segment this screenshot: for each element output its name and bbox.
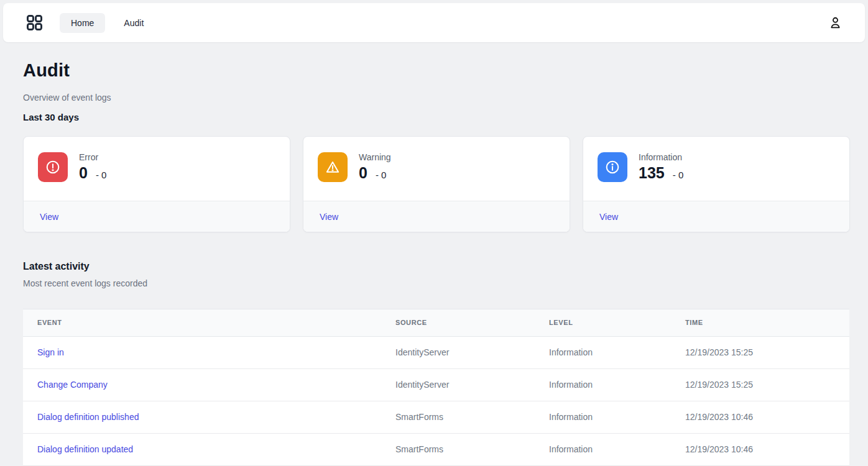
activity-table-header: Event Source Level Time <box>23 309 849 336</box>
level-cell: Information <box>535 401 671 433</box>
error-count: 0 <box>79 164 88 182</box>
user-account-button[interactable] <box>826 14 844 32</box>
latest-activity-subtitle: Most recent event logs recorded <box>23 278 850 288</box>
table-row: Dialog definition updated SmartForms Inf… <box>23 433 849 465</box>
period-label: Last 30 days <box>23 112 850 122</box>
app-grid-icon[interactable] <box>25 14 44 32</box>
table-row: Sign in IdentityServer Information 12/19… <box>23 336 849 368</box>
error-card-numbers: 0 - 0 <box>79 164 106 182</box>
activity-table-container: Event Source Level Time Sign in Identity… <box>23 309 849 466</box>
warning-card-numbers: 0 - 0 <box>359 164 391 182</box>
grid-icon <box>26 14 43 31</box>
information-count: 135 <box>639 164 665 182</box>
nav-tab-audit[interactable]: Audit <box>113 13 155 33</box>
warning-triangle-icon <box>318 152 348 182</box>
source-cell: SmartForms <box>381 401 535 433</box>
information-view-link[interactable]: View <box>599 212 618 222</box>
time-cell: 12/19/2023 10:46 <box>671 401 849 433</box>
main-content: Audit Overview of event logs Last 30 day… <box>0 42 868 466</box>
warning-card-body: Warning 0 - 0 <box>303 137 570 201</box>
level-cell: Information <box>535 368 671 401</box>
level-cell: Information <box>535 336 671 368</box>
source-cell: IdentityServer <box>381 368 535 401</box>
table-row: Change Company IdentityServer Informatio… <box>23 368 849 401</box>
table-row: Dialog definition published SmartForms I… <box>23 401 849 433</box>
information-card-footer: View <box>583 201 849 232</box>
activity-table: Event Source Level Time Sign in Identity… <box>23 309 849 466</box>
event-link[interactable]: Dialog definition published <box>37 412 139 422</box>
warning-view-link[interactable]: View <box>320 212 338 222</box>
info-circle-icon <box>598 152 627 182</box>
page-subtitle: Overview of event logs <box>23 93 850 103</box>
information-card-numbers: 135 - 0 <box>639 164 683 182</box>
latest-activity-title: Latest activity <box>23 261 850 272</box>
column-header-time: Time <box>671 309 849 336</box>
nav-tabs: Home Audit <box>60 13 155 33</box>
information-summary-card: Information 135 - 0 View <box>583 136 850 232</box>
top-navbar: Home Audit <box>3 3 865 42</box>
warning-card-label: Warning <box>359 152 391 162</box>
warning-count: 0 <box>359 164 367 182</box>
column-header-source: Source <box>381 309 535 336</box>
error-card-label: Error <box>79 152 106 162</box>
warning-card-footer: View <box>303 201 570 232</box>
event-link[interactable]: Sign in <box>37 347 64 357</box>
information-card-body: Information 135 - 0 <box>583 137 849 201</box>
nav-tab-home[interactable]: Home <box>60 13 105 33</box>
page-title: Audit <box>23 60 850 81</box>
warning-delta: - 0 <box>376 170 387 180</box>
time-cell: 12/19/2023 15:25 <box>671 336 849 368</box>
warning-summary-card: Warning 0 - 0 View <box>303 136 570 232</box>
page-root: Home Audit Audit Overview of event logs … <box>0 0 868 466</box>
information-card-text: Information 135 - 0 <box>639 152 683 182</box>
error-card-footer: View <box>24 201 290 232</box>
error-delta: - 0 <box>96 170 107 180</box>
column-header-event: Event <box>23 309 381 336</box>
warning-card-text: Warning 0 - 0 <box>359 152 391 182</box>
error-card-text: Error 0 - 0 <box>79 152 106 182</box>
level-cell: Information <box>535 433 671 465</box>
event-link[interactable]: Dialog definition updated <box>37 444 133 454</box>
activity-table-body: Sign in IdentityServer Information 12/19… <box>23 336 849 465</box>
error-summary-card: Error 0 - 0 View <box>23 136 290 232</box>
information-delta: - 0 <box>673 170 684 180</box>
person-icon <box>828 16 843 30</box>
event-link[interactable]: Change Company <box>37 380 108 390</box>
source-cell: SmartForms <box>381 433 535 465</box>
summary-cards-row: Error 0 - 0 View <box>23 136 850 232</box>
column-header-level: Level <box>535 309 671 336</box>
source-cell: IdentityServer <box>381 336 535 368</box>
error-view-link[interactable]: View <box>40 212 58 222</box>
error-circle-icon <box>38 152 68 182</box>
error-card-body: Error 0 - 0 <box>24 137 290 201</box>
information-card-label: Information <box>639 152 683 162</box>
time-cell: 12/19/2023 10:46 <box>671 433 849 465</box>
time-cell: 12/19/2023 15:25 <box>671 368 849 401</box>
